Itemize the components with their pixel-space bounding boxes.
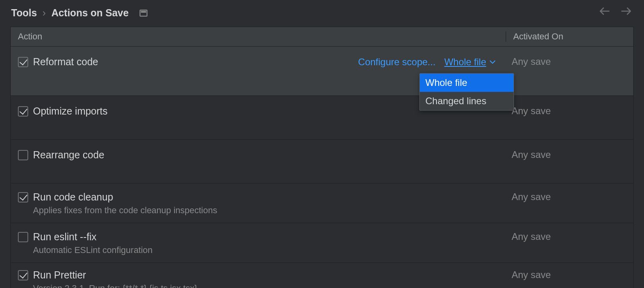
table-row[interactable]: Run Prettier Version 2.3.1. Run for: {**…: [11, 263, 633, 288]
svg-rect-1: [141, 11, 146, 12]
settings-layout-icon[interactable]: [139, 9, 148, 18]
table-row[interactable]: Optimize imports Any save: [11, 95, 633, 139]
chevron-right-icon: ›: [43, 7, 46, 19]
checkbox[interactable]: [18, 150, 28, 160]
action-label: Reformat code: [33, 56, 98, 68]
checkbox[interactable]: [18, 232, 28, 242]
chevron-down-icon: [489, 60, 496, 64]
activated-on-value: Any save: [507, 191, 626, 202]
action-sublabel: Automatic ESLint configuration: [33, 245, 507, 255]
col-activated-header: Activated On: [506, 31, 633, 42]
action-label: Run code cleanup: [33, 191, 113, 203]
activated-on-value: Any save: [507, 105, 626, 117]
actions-table: Action Activated On Reformat code Config…: [10, 27, 634, 288]
breadcrumb-current: Actions on Save: [51, 7, 129, 19]
checkbox[interactable]: [18, 57, 28, 67]
action-label: Rearrange code: [33, 149, 104, 161]
checkbox[interactable]: [18, 192, 28, 202]
action-label: Run eslint --fix: [33, 231, 97, 243]
col-action-header: Action: [11, 31, 506, 42]
back-arrow-icon[interactable]: [599, 6, 610, 16]
action-sublabel: Version 2.3.1. Run for: {**/*,*}.{js,ts,…: [33, 283, 507, 288]
action-label: Run Prettier: [33, 269, 86, 281]
checkbox[interactable]: [18, 106, 28, 117]
activated-on-value: Any save: [507, 269, 626, 280]
action-label: Optimize imports: [33, 105, 108, 117]
table-row[interactable]: Run eslint --fix Automatic ESLint config…: [11, 223, 633, 263]
breadcrumb: Tools › Actions on Save: [0, 0, 644, 27]
configure-scope-link[interactable]: Configure scope...: [358, 56, 436, 68]
popup-item-changed-lines[interactable]: Changed lines: [420, 92, 514, 110]
scope-dropdown-label: Whole file: [444, 56, 486, 68]
table-row[interactable]: Rearrange code Any save: [11, 139, 633, 183]
action-sublabel: Applies fixes from the code cleanup insp…: [33, 205, 507, 216]
checkbox[interactable]: [18, 270, 28, 280]
breadcrumb-parent[interactable]: Tools: [11, 7, 37, 19]
forward-arrow-icon[interactable]: [621, 6, 632, 16]
scope-dropdown[interactable]: Whole file: [444, 56, 496, 68]
table-row[interactable]: Reformat code Configure scope... Whole f…: [11, 46, 633, 95]
activated-on-value: Any save: [507, 56, 626, 67]
scope-popup: Whole file Changed lines: [419, 73, 514, 111]
table-header: Action Activated On: [11, 27, 633, 46]
activated-on-value: Any save: [507, 149, 626, 160]
table-row[interactable]: Run code cleanup Applies fixes from the …: [11, 183, 633, 223]
popup-item-whole-file[interactable]: Whole file: [420, 74, 514, 92]
nav-arrows: [599, 6, 632, 16]
activated-on-value: Any save: [507, 231, 626, 242]
